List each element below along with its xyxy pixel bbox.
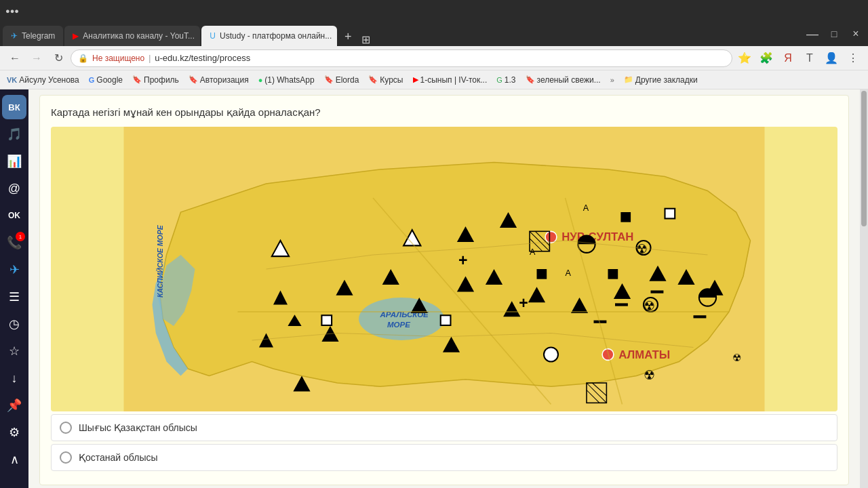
tab-youtube-label: Аналитика по каналу - YouT...: [83, 31, 195, 41]
sidebar-icon-stats[interactable]: 📊: [2, 149, 26, 174]
insecure-label: Не защищено: [92, 54, 144, 63]
tab-menu-icon[interactable]: ⊞: [361, 33, 370, 46]
profile-bookmark-icon: 🔖: [132, 75, 142, 84]
svg-text:A: A: [566, 269, 572, 279]
more-button[interactable]: ⋮: [844, 49, 863, 68]
page-content: Картада негізгі мұнай кен орындары қайда…: [28, 89, 860, 488]
scrollbar[interactable]: [860, 89, 868, 488]
folder-icon: 📁: [624, 75, 633, 84]
bookmark-auth[interactable]: 🔖 Авторизация: [184, 74, 253, 86]
sidebar-icon-vk[interactable]: ВК: [2, 95, 26, 119]
tab-ustudy[interactable]: U Ustudy - платформа онлайн... ×: [201, 26, 337, 46]
telegram-tab-icon: ✈: [11, 31, 18, 41]
svg-point-39: [544, 348, 558, 362]
lock-icon: 🔒: [78, 54, 88, 63]
bookmarks-bar: VK Айсулу Усенова G Google 🔖 Профиль 🔖 А…: [0, 70, 868, 89]
svg-rect-43: [608, 269, 618, 279]
reload-button[interactable]: ↻: [49, 49, 68, 68]
bookmark-whatsapp[interactable]: ● (1) WhatsApp: [254, 74, 319, 86]
sidebar-icon-music[interactable]: 🎵: [2, 122, 26, 146]
sidebar-icon-collapse[interactable]: ∧: [2, 447, 26, 472]
sidebar-icon-pin[interactable]: 📌: [2, 393, 26, 418]
svg-rect-42: [537, 269, 547, 279]
tab-telegram-label: Telegram: [22, 31, 55, 41]
extensions-button[interactable]: 🧩: [757, 49, 776, 68]
svg-text:☢: ☢: [644, 299, 655, 313]
svg-text:☢: ☢: [732, 353, 741, 364]
svg-rect-45: [665, 209, 675, 219]
question-text: Картада негізгі мұнай кен орындары қайда…: [51, 106, 837, 119]
bookmark-other[interactable]: 📁 Другие закладки: [620, 74, 702, 86]
back-button[interactable]: ←: [5, 49, 24, 68]
answer-option-2[interactable]: Қостанай облысы: [51, 444, 837, 471]
bookmark-elorda-label: Elorda: [336, 75, 359, 85]
svg-text:КАСПИЙСКОЕ МОРЕ: КАСПИЙСКОЕ МОРЕ: [156, 224, 164, 298]
address-bar[interactable]: 🔒 Не защищено | u-edu.kz/testing/process: [71, 49, 732, 67]
bookmark-profile[interactable]: 🔖 Профиль: [128, 74, 183, 86]
bookmark-courses[interactable]: 🔖 Курсы: [364, 74, 407, 86]
telegram-icon: ✈: [9, 262, 20, 277]
answer-option-1[interactable]: Шығыс Қазақстан облысы: [51, 414, 837, 441]
yandex-icon[interactable]: Я: [778, 49, 797, 68]
bookmark-google-label: Google: [96, 75, 123, 85]
window-controls[interactable]: ●●●: [5, 7, 19, 15]
svg-text:☢: ☢: [644, 368, 655, 382]
answer-text-1: Шығыс Қазақстан облысы: [79, 422, 197, 433]
bookmark-google[interactable]: G Google: [85, 74, 127, 86]
sidebar-icon-telegram[interactable]: ✈: [2, 258, 26, 282]
sidebar-icon-history[interactable]: ◷: [2, 312, 26, 336]
restore-button[interactable]: □: [825, 24, 844, 43]
nav-bar-right: ⭐ 🧩 Я T 👤 ⋮: [735, 49, 863, 68]
elorda-bookmark-icon: 🔖: [324, 75, 334, 84]
title-bar: ●●●: [0, 0, 868, 22]
green-bookmark-icon: 🔖: [526, 75, 535, 84]
youtube-bookmark-icon: ▶: [413, 75, 418, 84]
sidebar-icon-star[interactable]: ☆: [2, 339, 26, 363]
other-bookmarks-label: Другие закладки: [635, 75, 698, 85]
sidebar-icon-download[interactable]: ↓: [2, 366, 26, 390]
radio-1[interactable]: [60, 422, 72, 434]
g13-bookmark-icon: G: [496, 76, 502, 84]
sidebar-icon-list[interactable]: ☰: [2, 285, 26, 309]
bookmark-auth-label: Авторизация: [200, 75, 249, 85]
auth-bookmark-icon: 🔖: [189, 75, 198, 84]
scrollbar-thumb[interactable]: [861, 91, 867, 226]
profile-button[interactable]: 👤: [822, 49, 841, 68]
answer-text-2: Қостанай облысы: [79, 452, 158, 463]
list-icon: ☰: [9, 289, 20, 304]
sidebar-icon-settings[interactable]: ⚙: [2, 420, 26, 445]
bookmark-synup[interactable]: ▶ 1-сынып | IV-ток...: [409, 74, 492, 86]
sidebar-icon-mail[interactable]: @: [2, 176, 26, 201]
translate-button[interactable]: T: [800, 49, 819, 68]
collapse-icon: ∧: [10, 452, 19, 467]
sidebar-icon-ok[interactable]: OK: [2, 203, 26, 228]
minimize-button[interactable]: —: [803, 24, 822, 43]
bookmark-more[interactable]: »: [606, 75, 618, 85]
bookmark-vk-label: Айсулу Усенова: [19, 75, 79, 85]
sidebar-icon-phone[interactable]: 📞 1: [2, 230, 26, 255]
sidebar: ВК 🎵 📊 @ OK 📞 1 ✈ ☰ ◷ ☆ ↓: [0, 89, 28, 488]
pin-icon: 📌: [7, 398, 22, 413]
nav-bar: ← → ↻ 🔒 Не защищено | u-edu.kz/testing/p…: [0, 46, 868, 70]
svg-rect-40: [321, 315, 332, 325]
svg-rect-50: [651, 291, 664, 293]
bookmark-13[interactable]: G 1.3: [492, 74, 519, 86]
svg-rect-44: [620, 212, 631, 222]
close-button[interactable]: ×: [846, 24, 865, 43]
music-icon: 🎵: [7, 127, 22, 142]
new-tab-button[interactable]: +: [338, 27, 357, 46]
bookmark-whatsapp-label: (1) WhatsApp: [264, 75, 314, 85]
svg-text:A: A: [530, 247, 536, 257]
bookmark-vk[interactable]: VK Айсулу Усенова: [3, 74, 83, 86]
svg-point-5: [545, 231, 557, 243]
radio-2[interactable]: [60, 451, 72, 464]
bookmark-elorda[interactable]: 🔖 Elorda: [320, 74, 363, 86]
tab-youtube[interactable]: ▶ Аналитика по каналу - YouT...: [64, 26, 200, 46]
more-bookmarks-icon: »: [610, 76, 614, 84]
forward-button[interactable]: →: [27, 49, 46, 68]
bookmark-star-button[interactable]: ⭐: [735, 49, 754, 68]
tab-telegram[interactable]: ✈ Telegram: [3, 26, 63, 46]
kazakhstan-map: АРАЛЬСКОЕ МОРЕ КАСПИЙСКОЕ МОРЕ НУР-СУЛТА…: [51, 127, 837, 411]
bookmark-green[interactable]: 🔖 зеленый свежи...: [521, 74, 605, 86]
address-text: u-edu.kz/testing/process: [155, 53, 250, 63]
